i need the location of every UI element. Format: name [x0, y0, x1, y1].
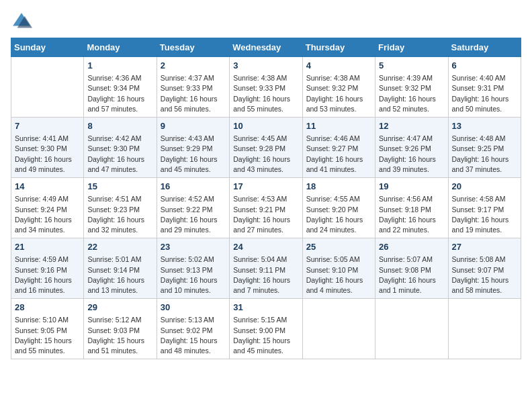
day-cell: 2Sunrise: 4:37 AMSunset: 9:33 PMDaylight…	[157, 57, 229, 118]
column-header-sunday: Sunday	[11, 38, 84, 57]
day-info: Sunrise: 5:13 AMSunset: 9:02 PMDaylight:…	[161, 315, 226, 356]
day-number: 23	[161, 241, 226, 253]
day-cell	[302, 299, 375, 359]
day-cell: 22Sunrise: 5:01 AMSunset: 9:14 PMDayligh…	[84, 238, 157, 299]
day-number: 19	[379, 181, 444, 193]
column-header-monday: Monday	[84, 38, 157, 57]
day-cell: 28Sunrise: 5:10 AMSunset: 9:05 PMDayligh…	[11, 299, 84, 359]
day-cell	[448, 299, 521, 359]
day-number: 26	[379, 241, 444, 253]
day-info: Sunrise: 4:49 AMSunset: 9:24 PMDaylight:…	[15, 194, 80, 235]
day-number: 16	[161, 181, 226, 193]
week-row-1: 1Sunrise: 4:36 AMSunset: 9:34 PMDaylight…	[11, 57, 521, 118]
day-info: Sunrise: 5:15 AMSunset: 9:00 PMDaylight:…	[233, 315, 298, 356]
day-info: Sunrise: 5:12 AMSunset: 9:03 PMDaylight:…	[87, 315, 152, 356]
day-info: Sunrise: 4:42 AMSunset: 9:30 PMDaylight:…	[87, 134, 152, 175]
logo-icon	[11, 11, 32, 32]
week-row-3: 14Sunrise: 4:49 AMSunset: 9:24 PMDayligh…	[11, 178, 521, 238]
day-number: 8	[87, 120, 152, 132]
day-info: Sunrise: 4:47 AMSunset: 9:26 PMDaylight:…	[379, 134, 444, 175]
day-info: Sunrise: 5:04 AMSunset: 9:11 PMDaylight:…	[233, 255, 298, 295]
day-cell: 18Sunrise: 4:55 AMSunset: 9:20 PMDayligh…	[302, 178, 375, 238]
day-number: 7	[15, 120, 80, 132]
week-row-4: 21Sunrise: 4:59 AMSunset: 9:16 PMDayligh…	[11, 238, 521, 299]
day-info: Sunrise: 5:07 AMSunset: 9:08 PMDaylight:…	[379, 255, 444, 295]
day-number: 18	[306, 181, 371, 193]
day-info: Sunrise: 4:45 AMSunset: 9:28 PMDaylight:…	[233, 134, 298, 175]
day-info: Sunrise: 4:53 AMSunset: 9:21 PMDaylight:…	[233, 194, 298, 235]
day-number: 21	[15, 241, 80, 253]
column-header-thursday: Thursday	[302, 38, 375, 57]
column-header-tuesday: Tuesday	[157, 38, 229, 57]
day-info: Sunrise: 4:52 AMSunset: 9:22 PMDaylight:…	[161, 194, 226, 235]
day-info: Sunrise: 4:55 AMSunset: 9:20 PMDaylight:…	[306, 194, 371, 235]
day-info: Sunrise: 4:56 AMSunset: 9:18 PMDaylight:…	[379, 194, 444, 235]
day-number: 9	[161, 120, 226, 132]
day-cell: 3Sunrise: 4:38 AMSunset: 9:33 PMDaylight…	[230, 57, 302, 118]
day-number: 28	[15, 302, 80, 314]
day-cell: 7Sunrise: 4:41 AMSunset: 9:30 PMDaylight…	[11, 118, 84, 178]
day-number: 17	[233, 181, 298, 193]
day-info: Sunrise: 4:59 AMSunset: 9:16 PMDaylight:…	[15, 255, 80, 295]
day-info: Sunrise: 4:48 AMSunset: 9:25 PMDaylight:…	[452, 134, 517, 175]
day-info: Sunrise: 4:38 AMSunset: 9:33 PMDaylight:…	[233, 73, 298, 114]
day-number: 4	[306, 60, 371, 72]
day-cell: 13Sunrise: 4:48 AMSunset: 9:25 PMDayligh…	[448, 118, 521, 178]
day-number: 27	[452, 241, 517, 253]
column-header-saturday: Saturday	[448, 38, 521, 57]
day-number: 11	[306, 120, 371, 132]
day-info: Sunrise: 4:40 AMSunset: 9:31 PMDaylight:…	[452, 73, 517, 114]
day-cell	[11, 57, 84, 118]
day-info: Sunrise: 5:10 AMSunset: 9:05 PMDaylight:…	[15, 315, 80, 356]
day-cell: 8Sunrise: 4:42 AMSunset: 9:30 PMDaylight…	[84, 118, 157, 178]
column-header-wednesday: Wednesday	[230, 38, 302, 57]
day-cell: 31Sunrise: 5:15 AMSunset: 9:00 PMDayligh…	[230, 299, 302, 359]
day-number: 1	[87, 60, 152, 72]
day-cell: 27Sunrise: 5:08 AMSunset: 9:07 PMDayligh…	[448, 238, 521, 299]
column-header-friday: Friday	[375, 38, 448, 57]
day-number: 10	[233, 120, 298, 132]
day-cell: 10Sunrise: 4:45 AMSunset: 9:28 PMDayligh…	[230, 118, 302, 178]
day-cell: 12Sunrise: 4:47 AMSunset: 9:26 PMDayligh…	[375, 118, 448, 178]
day-info: Sunrise: 5:02 AMSunset: 9:13 PMDaylight:…	[161, 255, 226, 295]
day-cell: 29Sunrise: 5:12 AMSunset: 9:03 PMDayligh…	[84, 299, 157, 359]
day-number: 14	[15, 181, 80, 193]
day-number: 22	[87, 241, 152, 253]
day-cell: 21Sunrise: 4:59 AMSunset: 9:16 PMDayligh…	[11, 238, 84, 299]
calendar-table: SundayMondayTuesdayWednesdayThursdayFrid…	[11, 38, 521, 359]
day-number: 6	[452, 60, 517, 72]
day-cell: 24Sunrise: 5:04 AMSunset: 9:11 PMDayligh…	[230, 238, 302, 299]
day-info: Sunrise: 4:39 AMSunset: 9:32 PMDaylight:…	[379, 73, 444, 114]
day-cell: 14Sunrise: 4:49 AMSunset: 9:24 PMDayligh…	[11, 178, 84, 238]
day-info: Sunrise: 4:38 AMSunset: 9:32 PMDaylight:…	[306, 73, 371, 114]
day-number: 2	[161, 60, 226, 72]
day-cell: 17Sunrise: 4:53 AMSunset: 9:21 PMDayligh…	[230, 178, 302, 238]
day-cell: 11Sunrise: 4:46 AMSunset: 9:27 PMDayligh…	[302, 118, 375, 178]
day-number: 13	[452, 120, 517, 132]
day-info: Sunrise: 4:58 AMSunset: 9:17 PMDaylight:…	[452, 194, 517, 235]
day-cell: 6Sunrise: 4:40 AMSunset: 9:31 PMDaylight…	[448, 57, 521, 118]
day-number: 31	[233, 302, 298, 314]
day-info: Sunrise: 4:36 AMSunset: 9:34 PMDaylight:…	[87, 73, 152, 114]
day-cell	[375, 299, 448, 359]
page-header	[11, 11, 521, 32]
day-info: Sunrise: 5:08 AMSunset: 9:07 PMDaylight:…	[452, 255, 517, 295]
day-cell: 4Sunrise: 4:38 AMSunset: 9:32 PMDaylight…	[302, 57, 375, 118]
day-info: Sunrise: 4:51 AMSunset: 9:23 PMDaylight:…	[87, 194, 152, 235]
day-number: 5	[379, 60, 444, 72]
day-number: 20	[452, 181, 517, 193]
day-cell: 5Sunrise: 4:39 AMSunset: 9:32 PMDaylight…	[375, 57, 448, 118]
day-cell: 9Sunrise: 4:43 AMSunset: 9:29 PMDaylight…	[157, 118, 229, 178]
day-cell: 20Sunrise: 4:58 AMSunset: 9:17 PMDayligh…	[448, 178, 521, 238]
day-cell: 26Sunrise: 5:07 AMSunset: 9:08 PMDayligh…	[375, 238, 448, 299]
day-number: 15	[87, 181, 152, 193]
day-info: Sunrise: 4:43 AMSunset: 9:29 PMDaylight:…	[161, 134, 226, 175]
day-number: 24	[233, 241, 298, 253]
day-info: Sunrise: 4:46 AMSunset: 9:27 PMDaylight:…	[306, 134, 371, 175]
week-row-5: 28Sunrise: 5:10 AMSunset: 9:05 PMDayligh…	[11, 299, 521, 359]
week-row-2: 7Sunrise: 4:41 AMSunset: 9:30 PMDaylight…	[11, 118, 521, 178]
day-info: Sunrise: 4:41 AMSunset: 9:30 PMDaylight:…	[15, 134, 80, 175]
day-cell: 1Sunrise: 4:36 AMSunset: 9:34 PMDaylight…	[84, 57, 157, 118]
day-number: 29	[87, 302, 152, 314]
day-cell: 16Sunrise: 4:52 AMSunset: 9:22 PMDayligh…	[157, 178, 229, 238]
